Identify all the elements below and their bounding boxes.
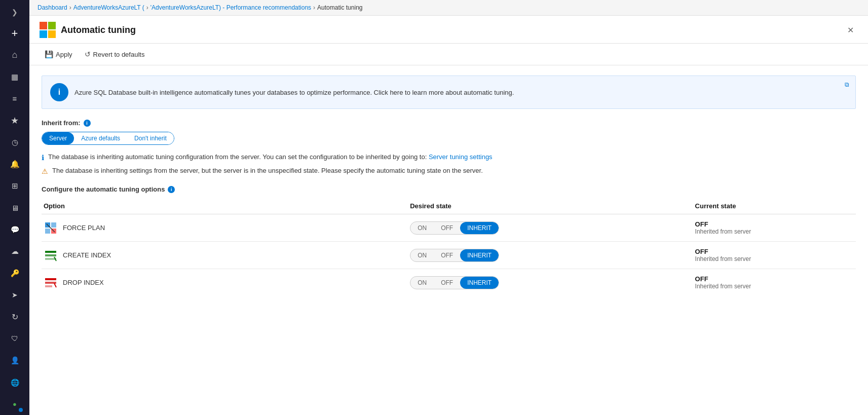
sidebar-icon-circle-dot[interactable]: ● (5, 394, 25, 414)
state-sub-0: Inherited from server (695, 228, 854, 235)
main-panel: Dashboard › AdventureWorksAzureLT ( › 'A… (29, 0, 868, 415)
configure-label: Configure the automatic tuning options i (42, 185, 856, 193)
breadcrumb-sep-3: › (313, 4, 315, 11)
toggle-group-1: ONOFFINHERIT (410, 249, 499, 262)
toggle-off-0[interactable]: OFF (434, 222, 460, 234)
col-desired-state: Desired state (408, 198, 693, 214)
toggle-off-1[interactable]: OFF (434, 249, 460, 261)
close-button[interactable]: ✕ (843, 23, 858, 37)
col-current-state: Current state (693, 198, 856, 214)
toggle-on-2[interactable]: ON (410, 277, 434, 289)
svg-line-16 (54, 283, 56, 287)
option-cell-0: FORCE PLAN (42, 214, 408, 242)
sidebar-icon-plus[interactable]: + (5, 23, 25, 43)
panel-title: Automatic tuning (61, 25, 136, 35)
revert-label: Revert to defaults (93, 51, 145, 58)
inherit-from-control: Server Azure defaults Don't inherit (42, 132, 174, 145)
option-name-1: CREATE INDEX (63, 251, 111, 259)
revert-icon: ↺ (85, 50, 91, 58)
desired-state-cell-2: ONOFFINHERIT (408, 269, 693, 296)
current-state-cell-2: OFF Inherited from server (693, 269, 856, 296)
warning-icon: ⚠ (42, 167, 48, 175)
sidebar-icon-clock[interactable]: ◷ (5, 132, 25, 152)
svg-rect-5 (51, 222, 56, 228)
breadcrumb-dashboard[interactable]: Dashboard (37, 4, 67, 11)
configure-info-icon[interactable]: i (168, 186, 175, 193)
save-icon: 💾 (45, 50, 53, 58)
sidebar-icon-list[interactable]: ≡ (5, 89, 25, 108)
breadcrumb-db[interactable]: AdventureWorksAzureLT ( (73, 4, 144, 11)
info-banner[interactable]: i Azure SQL Database built-in intelligen… (42, 76, 856, 109)
option-name-0: FORCE PLAN (63, 224, 105, 232)
sidebar-icon-chat[interactable]: 💬 (5, 220, 25, 240)
seg-azure-defaults[interactable]: Azure defaults (74, 132, 127, 144)
breadcrumb: Dashboard › AdventureWorksAzureLT ( › 'A… (29, 0, 868, 16)
sidebar-icon-star[interactable]: ★ (5, 110, 25, 130)
sidebar: ❯ + ⌂ ▦ ≡ ★ ◷ 🔔 ⊞ 🖥 💬 ☁ 🔑 ➤ ↻ 🛡 👤 🌐 ● (0, 0, 29, 415)
warning-message-1: ⚠ The database is inheriting settings fr… (42, 167, 856, 175)
sidebar-icon-key[interactable]: 🔑 (5, 263, 25, 283)
toolbar: 💾 Apply ↺ Revert to defaults (29, 44, 868, 65)
svg-rect-9 (45, 251, 56, 253)
table-row: FORCE PLAN ONOFFINHERIT OFF Inherited fr… (42, 214, 856, 242)
svg-rect-3 (48, 30, 56, 38)
table-row: DROP INDEX ONOFFINHERIT OFF Inherited fr… (42, 269, 856, 296)
info-banner-icon: i (50, 83, 68, 101)
toggle-inherit-2[interactable]: INHERIT (460, 277, 499, 289)
tuning-table: Option Desired state Current state FORCE… (42, 198, 856, 296)
sidebar-icon-user[interactable]: 👤 (5, 351, 25, 370)
sidebar-icon-monitor[interactable]: 🖥 (5, 198, 25, 218)
sidebar-icon-dashboard[interactable]: ▦ (5, 67, 25, 87)
external-link-icon[interactable]: ⧉ (845, 81, 849, 88)
sidebar-icon-cloud[interactable]: ☁ (5, 242, 25, 261)
apply-label: Apply (56, 51, 72, 58)
svg-rect-1 (48, 22, 56, 29)
svg-rect-15 (45, 285, 52, 287)
toggle-off-2[interactable]: OFF (434, 277, 460, 289)
info-msg-text: The database is inheriting automatic tun… (48, 153, 429, 161)
state-sub-2: Inherited from server (695, 283, 854, 290)
option-cell-2: DROP INDEX (42, 269, 408, 296)
col-option: Option (42, 198, 408, 214)
info-banner-text: Azure SQL Database built-in intelligence… (74, 89, 847, 96)
svg-rect-2 (40, 30, 47, 38)
inherit-from-label: Inherit from: i (42, 119, 856, 127)
current-state-cell-0: OFF Inherited from server (693, 214, 856, 242)
breadcrumb-current: Automatic tuning (317, 4, 362, 11)
state-value-1: OFF (695, 248, 854, 255)
svg-rect-0 (40, 22, 47, 29)
desired-state-cell-1: ONOFFINHERIT (408, 242, 693, 269)
inherit-info-icon[interactable]: i (84, 120, 91, 127)
toggle-group-2: ONOFFINHERIT (410, 276, 499, 289)
breadcrumb-sep-1: › (69, 4, 71, 11)
sidebar-collapse-chevron[interactable]: ❯ (8, 4, 22, 20)
toggle-inherit-0[interactable]: INHERIT (460, 222, 499, 234)
content-area: i Azure SQL Database built-in intelligen… (29, 65, 868, 415)
sidebar-icon-earth[interactable]: 🌐 (5, 372, 25, 392)
svg-rect-6 (45, 229, 50, 234)
desired-state-cell-0: ONOFFINHERIT (408, 214, 693, 242)
sidebar-icon-bell[interactable]: 🔔 (5, 154, 25, 174)
toggle-on-1[interactable]: ON (410, 249, 434, 261)
option-icon-0 (44, 221, 58, 235)
state-sub-1: Inherited from server (695, 255, 854, 262)
sidebar-icon-home[interactable]: ⌂ (5, 45, 25, 65)
sidebar-icon-arrow[interactable]: ➤ (5, 285, 25, 305)
panel-header: Automatic tuning ✕ (29, 16, 868, 44)
apply-button[interactable]: 💾 Apply (40, 48, 78, 61)
seg-server[interactable]: Server (42, 132, 74, 144)
breadcrumb-perf[interactable]: 'AdventureWorksAzureLT) - Performance re… (150, 4, 311, 11)
warning-msg-text: The database is inheriting settings from… (52, 167, 483, 174)
toggle-on-0[interactable]: ON (410, 222, 434, 234)
seg-dont-inherit[interactable]: Don't inherit (127, 132, 174, 144)
option-cell-1: CREATE INDEX (42, 242, 408, 269)
revert-button[interactable]: ↺ Revert to defaults (80, 48, 150, 61)
toggle-inherit-1[interactable]: INHERIT (460, 249, 499, 261)
toggle-group-0: ONOFFINHERIT (410, 221, 499, 235)
sidebar-icon-refresh[interactable]: ↻ (5, 307, 25, 327)
state-value-0: OFF (695, 220, 854, 228)
server-tuning-link[interactable]: Server tuning settings (429, 153, 493, 161)
sidebar-icon-grid[interactable]: ⊞ (5, 176, 25, 196)
sidebar-icon-shield[interactable]: 🛡 (5, 329, 25, 349)
option-name-2: DROP INDEX (63, 279, 104, 286)
